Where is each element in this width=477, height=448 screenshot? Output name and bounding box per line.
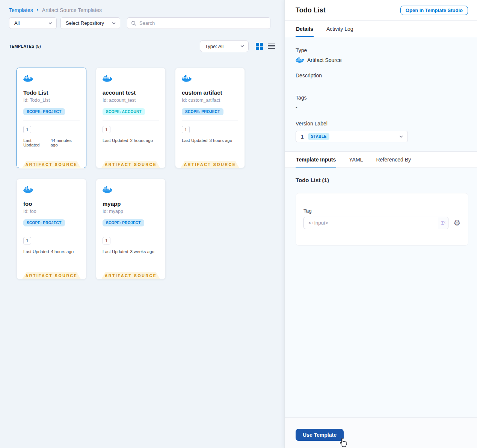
artifact-source-ribbon: ARTIFACT SOURCE	[22, 161, 81, 168]
last-updated: Last Updated4 hours ago	[23, 249, 80, 254]
grid-view-button[interactable]	[256, 43, 263, 50]
scope-badge: SCOPE: PROJECT	[182, 108, 223, 115]
last-updated: Last Updated3 hours ago	[182, 138, 238, 143]
tag-input-row: Σˣ ⚙	[303, 217, 460, 229]
templates-list-header: TEMPLATES (5) Type: All	[0, 40, 284, 52]
docker-icon	[103, 75, 112, 82]
artifact-source-ribbon: ARTIFACT SOURCE	[22, 272, 81, 279]
template-inputs-content: Todo List (1) Tag Σˣ ⚙	[285, 168, 477, 246]
inputs-heading: Todo List (1)	[296, 177, 468, 183]
template-card-title: custom artifact	[182, 89, 238, 96]
details-content: Type Artifact Source Description Tags - …	[285, 37, 477, 151]
artifact-source-ribbon: ARTIFACT SOURCE	[181, 161, 239, 168]
template-card-id: Id: myapp	[103, 209, 159, 214]
chevron-down-icon	[48, 21, 53, 26]
page-title: Todo List	[296, 6, 326, 14]
version-count-chip: 1	[182, 126, 190, 133]
chevron-down-icon	[240, 44, 245, 48]
breadcrumb: Templates Artifact Source Templates	[0, 0, 284, 13]
template-card-title: foo	[23, 201, 80, 207]
filter-bar: All Select Repository	[0, 17, 284, 29]
type-label: Type	[296, 47, 466, 53]
version-count-chip: 1	[103, 126, 110, 133]
tag-input-card: Tag Σˣ ⚙	[296, 193, 468, 246]
tab-referenced-by[interactable]: Referenced By	[376, 152, 411, 167]
tag-input[interactable]	[304, 217, 438, 229]
version-dropdown[interactable]: 1 STABLE	[296, 131, 408, 142]
version-count-chip: 1	[23, 237, 31, 244]
tab-yaml[interactable]: YAML	[349, 152, 363, 167]
type-filter-value: Type: All	[205, 44, 223, 49]
last-updated: Last Updated2 hours ago	[103, 138, 159, 143]
list-view-button[interactable]	[268, 43, 275, 50]
breadcrumb-templates-link[interactable]: Templates	[9, 7, 33, 13]
repository-filter-dropdown[interactable]: Select Repository	[60, 17, 120, 29]
stable-badge: STABLE	[308, 133, 330, 140]
template-card-title: myapp	[103, 201, 159, 207]
scope-badge: SCOPE: ACCOUNT	[103, 108, 145, 115]
docker-icon	[23, 186, 33, 193]
tab-details[interactable]: Details	[296, 21, 314, 37]
tags-label: Tags	[296, 95, 466, 101]
docker-icon	[296, 57, 304, 63]
template-card-id: Id: Todo_List	[23, 98, 80, 103]
chevron-down-icon	[112, 21, 116, 26]
docker-icon	[103, 186, 112, 193]
app-root: Templates Artifact Source Templates All …	[0, 0, 477, 448]
type-value: Artifact Source	[307, 57, 342, 63]
version-count-chip: 1	[103, 237, 110, 244]
artifact-source-ribbon: ARTIFACT SOURCE	[101, 161, 160, 168]
details-panel-footer: Use Template	[285, 417, 477, 448]
template-card-foo[interactable]: foo Id: foo SCOPE: PROJECT 1 Last Update…	[17, 179, 86, 279]
list-tools: Type: All	[200, 40, 275, 52]
breadcrumb-current: Artifact Source Templates	[42, 7, 102, 13]
docker-icon	[182, 75, 192, 82]
version-number: 1	[301, 134, 304, 140]
template-card-id: Id: account_test	[103, 98, 159, 103]
open-in-template-studio-button[interactable]: Open in Template Studio	[400, 6, 468, 15]
template-card-title: account test	[103, 89, 159, 96]
use-template-button[interactable]: Use Template	[296, 429, 344, 441]
templates-panel: Templates Artifact Source Templates All …	[0, 0, 284, 448]
template-card-myapp[interactable]: myapp Id: myapp SCOPE: PROJECT 1 Last Up…	[96, 179, 166, 279]
template-card-id: Id: foo	[23, 209, 80, 214]
last-updated: Last Updated3 weeks ago	[103, 249, 159, 254]
search-box	[127, 17, 270, 29]
details-panel-header: Todo List Open in Template Studio	[285, 0, 477, 21]
search-icon	[131, 21, 136, 26]
scope-badge: SCOPE: PROJECT	[23, 219, 65, 226]
breadcrumb-chevron-icon	[36, 8, 39, 12]
version-label: Version Label	[296, 121, 466, 127]
details-panel: Todo List Open in Template Studio Detail…	[284, 0, 477, 448]
template-card-id: Id: custom_artifact	[182, 98, 238, 103]
last-updated: Last Updated44 minutes ago	[23, 138, 80, 147]
type-filter-dropdown[interactable]: Type: All	[200, 40, 249, 52]
templates-count-label: TEMPLATES (5)	[9, 44, 41, 48]
expression-sigma-button[interactable]: Σˣ	[438, 217, 448, 229]
settings-gear-icon[interactable]: ⚙	[453, 219, 460, 227]
tab-template-inputs[interactable]: Template Inputs	[296, 152, 336, 167]
scope-badge: SCOPE: PROJECT	[23, 108, 65, 115]
docker-icon	[23, 75, 33, 82]
chevron-down-icon	[399, 134, 403, 139]
repository-filter-value: Select Repository	[66, 20, 104, 26]
inputs-tab-bar: Template Inputs YAML Referenced By	[285, 151, 477, 168]
tab-activity-log[interactable]: Activity Log	[326, 21, 354, 37]
template-card-account-test[interactable]: account test Id: account_test SCOPE: ACC…	[96, 68, 166, 168]
type-value-row: Artifact Source	[296, 57, 466, 63]
scope-badge: SCOPE: PROJECT	[103, 219, 144, 226]
artifact-source-ribbon: ARTIFACT SOURCE	[101, 272, 160, 279]
search-input[interactable]	[139, 20, 266, 26]
template-card-title: Todo List	[23, 89, 80, 96]
template-card-grid: Todo List Id: Todo_List SCOPE: PROJECT 1…	[17, 68, 284, 279]
version-count-chip: 1	[23, 126, 31, 133]
scope-filter-dropdown[interactable]: All	[9, 17, 57, 29]
tag-input-wrapper: Σˣ	[303, 217, 448, 229]
template-card-custom-artifact[interactable]: custom artifact Id: custom_artifact SCOP…	[175, 68, 245, 168]
description-label: Description	[296, 72, 466, 78]
tags-value: -	[296, 104, 466, 110]
tag-field-label: Tag	[303, 208, 460, 214]
scope-filter-value: All	[14, 20, 20, 26]
template-card-todo-list[interactable]: Todo List Id: Todo_List SCOPE: PROJECT 1…	[17, 68, 86, 168]
details-tab-bar: Details Activity Log	[285, 21, 477, 37]
